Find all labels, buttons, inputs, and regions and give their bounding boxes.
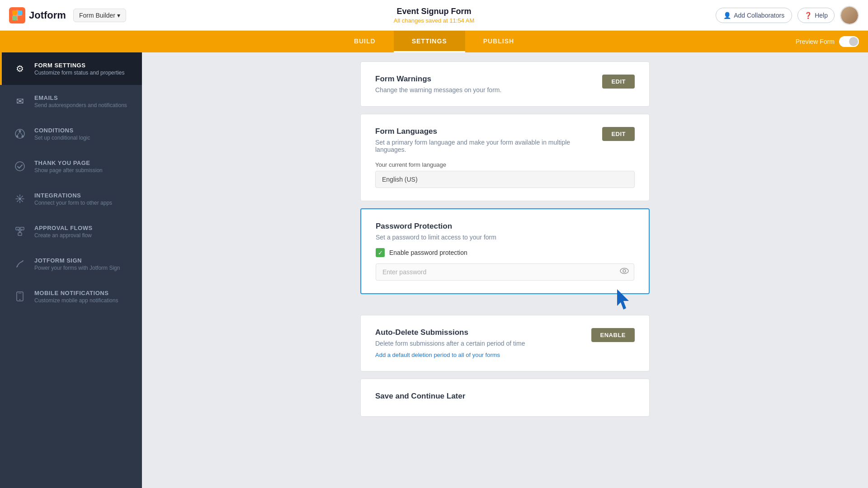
toggle-knob bbox=[849, 37, 858, 46]
svg-point-20 bbox=[19, 299, 20, 300]
sidebar-item-jotform-sign[interactable]: JOTFORM SIGN Power your forms with Jotfo… bbox=[0, 248, 142, 280]
sign-icon bbox=[13, 257, 27, 271]
svg-point-6 bbox=[19, 130, 21, 132]
sidebar-text-jotform-sign: JOTFORM SIGN Power your forms with Jotfo… bbox=[34, 257, 120, 271]
svg-rect-2 bbox=[18, 10, 22, 15]
header-left: Jotform Form Builder ▾ bbox=[9, 7, 126, 23]
svg-point-11 bbox=[15, 162, 24, 171]
form-languages-title: Form Languages bbox=[375, 127, 602, 136]
sidebar-title-integrations: INTEGRATIONS bbox=[34, 192, 112, 199]
svg-rect-1 bbox=[12, 10, 17, 15]
form-warnings-edit-button[interactable]: EDIT bbox=[602, 75, 635, 89]
svg-marker-24 bbox=[617, 289, 629, 310]
password-input-wrap bbox=[376, 263, 634, 281]
preview-toggle[interactable] bbox=[839, 36, 859, 47]
spacer bbox=[360, 301, 650, 315]
form-warnings-card: Form Warnings Change the warning message… bbox=[360, 61, 650, 107]
sidebar-item-approval-flows[interactable]: APPROVAL FLOWS Create an approval flow bbox=[0, 215, 142, 248]
svg-point-23 bbox=[623, 270, 626, 272]
form-languages-edit-button[interactable]: EDIT bbox=[602, 127, 635, 141]
avatar[interactable] bbox=[840, 6, 859, 25]
sidebar-item-emails[interactable]: ✉ EMAILS Send autoresponders and notific… bbox=[0, 85, 142, 117]
form-builder-label: Form Builder bbox=[79, 12, 115, 19]
sidebar-subtitle-thank-you: Show page after submission bbox=[34, 167, 103, 174]
add-collaborators-button[interactable]: 👤 Add Collaborators bbox=[716, 8, 792, 23]
password-protection-card: Password Protection Set a password to li… bbox=[360, 208, 650, 294]
svg-rect-4 bbox=[18, 16, 22, 20]
checkmark-icon bbox=[13, 159, 27, 174]
form-builder-button[interactable]: Form Builder ▾ bbox=[73, 9, 126, 22]
help-label: Help bbox=[815, 12, 828, 19]
form-warnings-title: Form Warnings bbox=[375, 75, 501, 84]
sidebar-subtitle-integrations: Connect your form to other apps bbox=[34, 200, 112, 206]
form-languages-header: Form Languages Set a primary form langua… bbox=[375, 127, 635, 153]
sidebar-text-integrations: INTEGRATIONS Connect your form to other … bbox=[34, 192, 112, 206]
top-header: Jotform Form Builder ▾ Event Signup Form… bbox=[0, 0, 868, 31]
add-collab-label: Add Collaborators bbox=[734, 12, 784, 19]
sidebar-title-thank-you: THANK YOU PAGE bbox=[34, 160, 103, 166]
form-languages-card: Form Languages Set a primary form langua… bbox=[360, 114, 650, 201]
sidebar-item-integrations[interactable]: INTEGRATIONS Connect your form to other … bbox=[0, 183, 142, 215]
tab-build[interactable]: BUILD bbox=[336, 31, 394, 52]
help-button[interactable]: ❓ Help bbox=[797, 8, 835, 23]
form-warnings-header: Form Warnings Change the warning message… bbox=[375, 75, 635, 94]
preview-label: Preview Form bbox=[796, 38, 835, 45]
logo-icon bbox=[9, 7, 25, 23]
sidebar-text-conditions: CONDITIONS Set up conditional logic bbox=[34, 127, 90, 141]
header-center: Event Signup Form All changes saved at 1… bbox=[394, 7, 475, 24]
eye-icon[interactable] bbox=[620, 267, 629, 278]
save-status: All changes saved at 11:54 AM bbox=[394, 17, 475, 24]
svg-point-8 bbox=[22, 136, 24, 138]
sidebar-subtitle-form-settings: Customize form status and properties bbox=[34, 70, 124, 76]
sidebar-subtitle-mobile-notifications: Customize mobile app notifications bbox=[34, 297, 118, 304]
sidebar-item-form-settings[interactable]: ⚙ FORM SETTINGS Customize form status an… bbox=[0, 52, 142, 85]
current-language-input bbox=[375, 171, 635, 188]
password-checkbox[interactable]: ✓ bbox=[376, 248, 385, 257]
sidebar-text-thank-you: THANK YOU PAGE Show page after submissio… bbox=[34, 160, 103, 174]
current-language-label: Your current form language bbox=[375, 161, 635, 168]
gear-icon: ⚙ bbox=[13, 61, 27, 76]
content-area: Form Warnings Change the warning message… bbox=[142, 52, 868, 488]
svg-line-9 bbox=[17, 132, 20, 136]
auto-delete-text: Auto-Delete Submissions Delete form subm… bbox=[375, 328, 525, 347]
sidebar-title-emails: EMAILS bbox=[34, 94, 127, 101]
svg-rect-3 bbox=[12, 16, 17, 20]
sidebar: ⚙ FORM SETTINGS Customize form status an… bbox=[0, 52, 142, 488]
add-deletion-period-link[interactable]: Add a default deletion period to all of … bbox=[375, 352, 635, 358]
logo[interactable]: Jotform bbox=[9, 7, 66, 23]
form-languages-desc: Set a primary form language and make you… bbox=[375, 139, 602, 153]
sidebar-item-thank-you[interactable]: THANK YOU PAGE Show page after submissio… bbox=[0, 150, 142, 183]
svg-point-22 bbox=[620, 268, 628, 274]
sidebar-text-mobile-notifications: MOBILE NOTIFICATIONS Customize mobile ap… bbox=[34, 290, 118, 304]
mobile-icon bbox=[13, 289, 27, 304]
conditions-icon bbox=[13, 127, 27, 141]
auto-delete-card: Auto-Delete Submissions Delete form subm… bbox=[360, 315, 650, 371]
sidebar-subtitle-jotform-sign: Power your forms with Jotform Sign bbox=[34, 265, 120, 271]
sidebar-item-mobile-notifications[interactable]: MOBILE NOTIFICATIONS Customize mobile ap… bbox=[0, 280, 142, 313]
auto-delete-title: Auto-Delete Submissions bbox=[375, 328, 525, 337]
sidebar-title-jotform-sign: JOTFORM SIGN bbox=[34, 257, 120, 264]
password-checkbox-label: Enable password protection bbox=[389, 249, 467, 256]
sidebar-subtitle-conditions: Set up conditional logic bbox=[34, 135, 90, 141]
question-icon: ❓ bbox=[804, 12, 812, 19]
auto-delete-header: Auto-Delete Submissions Delete form subm… bbox=[375, 328, 635, 347]
save-continue-card: Save and Continue Later bbox=[360, 379, 650, 417]
main-layout: ⚙ FORM SETTINGS Customize form status an… bbox=[0, 52, 868, 488]
tab-publish[interactable]: PUBLISH bbox=[465, 31, 532, 52]
form-warnings-text: Form Warnings Change the warning message… bbox=[375, 75, 501, 94]
tab-settings[interactable]: SETTINGS bbox=[394, 31, 465, 52]
sidebar-title-conditions: CONDITIONS bbox=[34, 127, 90, 134]
user-plus-icon: 👤 bbox=[723, 12, 731, 19]
svg-point-12 bbox=[19, 197, 21, 200]
logo-text: Jotform bbox=[29, 9, 66, 21]
save-continue-title: Save and Continue Later bbox=[375, 392, 635, 401]
password-protection-desc: Set a password to limit access to your f… bbox=[376, 234, 634, 241]
sidebar-title-form-settings: FORM SETTINGS bbox=[34, 62, 124, 69]
cursor-indicator bbox=[613, 287, 635, 314]
sidebar-text-approval-flows: APPROVAL FLOWS Create an approval flow bbox=[34, 225, 93, 239]
header-right: 👤 Add Collaborators ❓ Help bbox=[716, 6, 859, 25]
nav-tabs: BUILD SETTINGS PUBLISH Preview Form bbox=[0, 31, 868, 52]
password-input[interactable] bbox=[376, 263, 634, 281]
sidebar-item-conditions[interactable]: CONDITIONS Set up conditional logic bbox=[0, 117, 142, 150]
auto-delete-enable-button[interactable]: ENABLE bbox=[591, 328, 635, 342]
